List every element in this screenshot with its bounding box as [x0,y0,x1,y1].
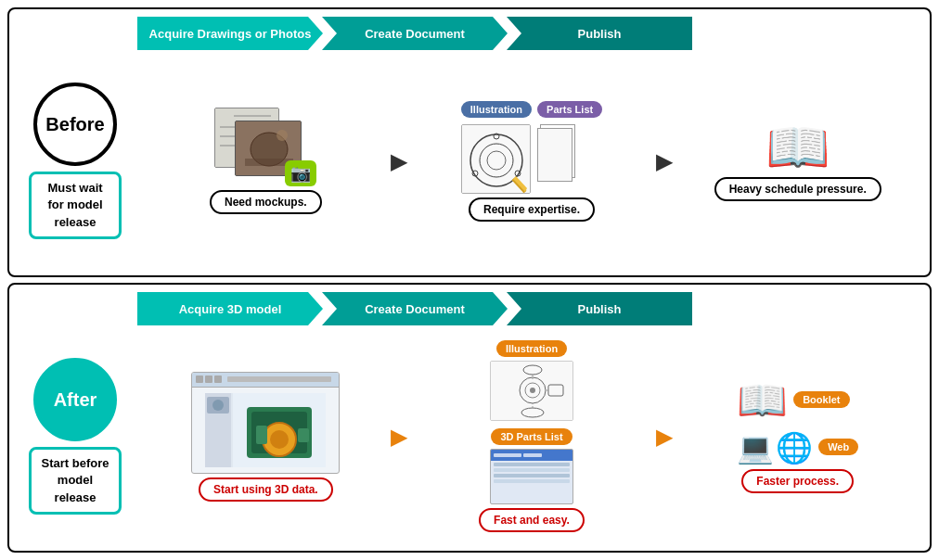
after-section: Acquire 3D model Create Document Publish… [7,283,932,553]
book-icon: 📖 [765,121,830,173]
parts-row2 [494,468,570,472]
tb-btn3 [214,375,222,383]
before-step2-label: Create Document [365,27,465,41]
before-arrow2: ▶ [656,148,673,174]
exploded-svg [491,361,572,421]
after-step3-col: 📖 Booklet 💻 🌐 Web Fas [673,378,922,495]
tb-btn1 [196,375,203,383]
before-step1-col: 📷 Need mockups. [141,106,391,216]
after-doc-item1: Illustration [490,340,573,421]
before-arrow1: ▶ [391,148,407,174]
doc-with-pages [461,124,575,194]
after-step1-col: Start using 3D data. [141,370,391,503]
after-header-row: Acquire 3D model Create Document Publish [137,292,922,325]
after-arrow2: ▶ [656,424,673,450]
after-body: After Start before model release [17,329,922,543]
after-left-col: After Start before model release [17,329,137,543]
svg-point-33 [530,388,535,393]
web-pub-item: 💻 🌐 Web [737,430,858,465]
parts-list-img [490,449,573,504]
main-container: Acquire Drawings or Photos Create Docume… [0,0,939,560]
before-step2-header: Create Document [322,17,508,50]
svg-rect-29 [298,428,309,442]
after-step3-header: Publish [507,292,692,325]
before-side-note: Must wait for model release [29,172,122,239]
svg-point-22 [212,400,224,411]
before-step3-header: Publish [507,17,692,50]
3d-model-screenshot [191,372,340,474]
after-web-badge: Web [818,439,858,455]
engine-3d-svg [205,393,326,467]
after-arrow1: ▶ [391,424,407,450]
laptop-icon: 💻 [737,430,774,465]
parts-rows [491,461,572,485]
parts-list-badge: Parts List [537,101,602,118]
after-step1-header: Acquire 3D model [137,292,323,325]
after-circle: After [33,358,117,441]
after-step3-caption-text: Faster process. [756,475,839,488]
after-illustration-badge: Illustration [496,340,567,357]
before-step3-caption-text: Heavy schedule pressure. [729,183,867,196]
parts-row4 [494,479,570,483]
after-step1-label: Acquire 3D model [179,302,282,316]
after-circle-label: After [54,389,97,411]
after-side-note-text: Start before model release [39,455,111,506]
after-step2-label: Create Document [365,302,465,316]
model-content-area [192,388,339,473]
booklet-book-icon: 📖 [737,380,788,421]
after-doc-items: Illustration [490,340,573,504]
before-step3-caption: Heavy schedule pressure. [714,177,881,201]
before-circle-label: Before [45,114,104,135]
before-step-cols: 📷 Need mockups. ▶ [141,54,922,268]
parts-header-bar [491,450,572,461]
before-step3-label: Publish [578,27,622,41]
before-step2-col: Illustration Parts List [407,99,657,223]
parts-row3 [494,474,570,477]
doc-illustration-main [461,124,531,194]
exploded-view-img [490,361,573,421]
web-pub-icons: 💻 🌐 [737,430,813,465]
illustration-badge: Illustration [461,101,532,118]
parts-header-text1 [494,453,521,457]
after-parts-group: 3D Parts List [490,428,573,504]
before-doc-area: Illustration Parts List [461,101,602,194]
svg-point-27 [270,430,289,449]
after-step-cols: Start using 3D data. ▶ Illustration [141,329,922,543]
camera-icon: 📷 [285,160,316,186]
tb-btn2 [205,375,212,383]
before-step1-caption-text: Need mockups. [225,196,307,209]
after-step1-caption: Start using 3D data. [199,477,333,502]
before-step2-caption-text: Require expertise. [483,203,580,216]
after-step3-caption: Faster process. [741,469,854,493]
before-step2-caption: Require expertise. [469,197,595,222]
model-toolbar [192,373,339,388]
svg-rect-28 [256,426,267,444]
after-pub-items: 📖 Booklet 💻 🌐 Web [737,380,858,465]
after-illus-group: Illustration [490,340,573,421]
after-side-note: Start before model release [29,447,122,515]
after-step3-label: Publish [578,302,622,316]
before-body: Before Must wait for model release [17,54,922,268]
after-step2-header: Create Document [322,292,508,325]
after-3d-parts-badge: 3D Parts List [491,428,572,445]
stacked-pages [534,124,575,178]
booklet-pub-item: 📖 Booklet [737,380,849,421]
before-step1-caption: Need mockups. [210,190,322,214]
parts-header-text2 [523,453,542,457]
before-left-col: Before Must wait for model release [17,54,137,268]
toolbar-spacer [227,376,331,382]
before-step3-col: 📖 Heavy schedule pressure. [673,120,922,203]
before-badges: Illustration Parts List [461,101,602,120]
svg-point-9 [277,130,288,141]
before-section: Acquire Drawings or Photos Create Docume… [7,7,932,277]
parts-row1 [494,463,570,466]
globe-icon: 🌐 [776,430,813,465]
before-header-row: Acquire Drawings or Photos Create Docume… [137,17,922,50]
before-drawings-mockup: 📷 [214,108,316,186]
after-step2-col: Illustration [407,338,657,534]
after-doc-item2: 3D Parts List [490,428,573,504]
after-step2-caption: Fast and easy. [479,508,585,532]
before-circle: Before [33,83,117,166]
engine-illustration-svg [462,125,531,194]
before-side-note-text: Must wait for model release [39,180,111,231]
